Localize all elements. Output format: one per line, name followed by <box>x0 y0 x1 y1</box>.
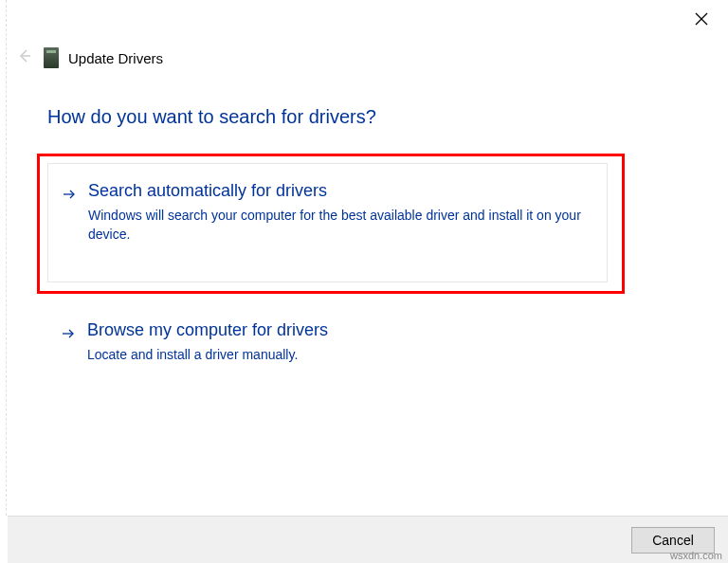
close-button[interactable] <box>692 11 711 30</box>
option-title: Search automatically for drivers <box>88 181 588 201</box>
option-search-automatically[interactable]: Search automatically for drivers Windows… <box>47 163 608 282</box>
back-arrow-icon <box>18 49 31 66</box>
option-title: Browse my computer for drivers <box>87 320 589 340</box>
option-browse-computer[interactable]: Browse my computer for drivers Locate an… <box>47 303 608 382</box>
left-edge-decoration <box>6 0 8 516</box>
page-heading: How do you want to search for drivers? <box>47 106 376 128</box>
update-drivers-dialog: Update Drivers How do you want to search… <box>0 0 728 563</box>
dialog-title: Update Drivers <box>68 50 163 66</box>
arrow-right-icon <box>61 324 76 343</box>
dialog-header: Update Drivers <box>15 47 163 68</box>
option-description: Locate and install a driver manually. <box>87 346 589 365</box>
watermark: wsxdn.com <box>670 550 722 561</box>
option-body: Browse my computer for drivers Locate an… <box>87 320 589 365</box>
option-body: Search automatically for drivers Windows… <box>88 181 588 244</box>
back-button[interactable] <box>15 48 34 67</box>
arrow-right-icon <box>62 185 77 204</box>
option-description: Windows will search your computer for th… <box>88 207 588 244</box>
dialog-footer: Cancel <box>8 516 728 563</box>
device-icon <box>44 47 59 68</box>
close-icon <box>695 12 708 29</box>
